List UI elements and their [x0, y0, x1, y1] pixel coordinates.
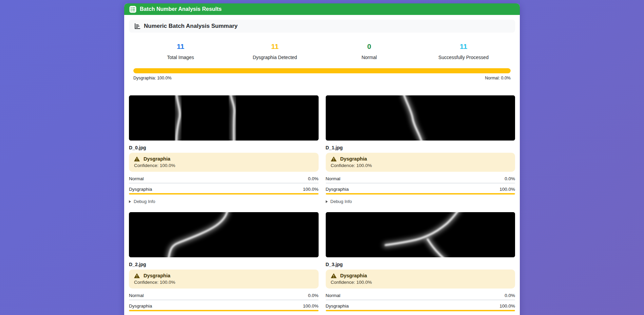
- dysgraphia-probability-bar: [129, 310, 319, 311]
- panel-body: Numeric Batch Analysis Summary 11Total I…: [124, 15, 520, 315]
- dysgraphia-probability-fill: [326, 193, 515, 194]
- stat-value: 11: [228, 43, 322, 50]
- prediction-label: Dysgraphia: [340, 156, 367, 162]
- stat-normal: 0Normal: [322, 43, 416, 60]
- normal-probability-value: 0.0%: [505, 293, 515, 298]
- probability-section: Normal 0.0% Dysgraphia 100.0%: [326, 293, 515, 311]
- dysgraphia-probability-fill: [326, 310, 515, 311]
- distribution-label-normal: Normal: 0.0%: [485, 76, 511, 80]
- normal-probability-value: 0.0%: [308, 176, 319, 181]
- dysgraphia-probability-bar: [326, 310, 515, 311]
- confidence-text: Confidence: 100.0%: [331, 163, 510, 168]
- panel-title: Batch Number Analysis Results: [140, 6, 222, 12]
- distribution-bar: [133, 68, 511, 73]
- summary-header: Numeric Batch Analysis Summary: [129, 20, 515, 33]
- stats-row: 11Total Images11Dysgraphia Detected0Norm…: [133, 43, 511, 60]
- dysgraphia-probability-fill: [129, 193, 319, 194]
- dysgraphia-probability-value: 100.0%: [303, 187, 319, 192]
- stat-label: Successfully Processed: [416, 55, 511, 60]
- normal-probability: Normal 0.0%: [129, 176, 319, 184]
- normal-probability: Normal 0.0%: [129, 293, 319, 300]
- prediction-label: Dysgraphia: [144, 156, 170, 162]
- summary-title: Numeric Batch Analysis Summary: [144, 23, 238, 30]
- distribution-label-dysgraphia: Dysgraphia: 100.0%: [133, 76, 172, 80]
- handwriting-image: [326, 212, 515, 257]
- result-card: D_2.jpg Dysgraphia Confidence: 100.0% No…: [129, 212, 319, 315]
- probability-section: Normal 0.0% Dysgraphia 100.0%: [129, 293, 319, 311]
- dysgraphia-probability-value: 100.0%: [303, 303, 319, 309]
- dysgraphia-probability-value: 100.0%: [499, 303, 515, 309]
- normal-probability-bar: [326, 183, 515, 184]
- stat-value: 11: [133, 43, 228, 50]
- dysgraphia-probability: Dysgraphia 100.0%: [326, 303, 515, 311]
- caret-right-icon: [326, 200, 328, 203]
- stat-successfully-processed: 11Successfully Processed: [416, 43, 511, 60]
- probability-section: Normal 0.0% Dysgraphia 100.0%: [326, 176, 515, 194]
- prediction-label: Dysgraphia: [144, 273, 170, 278]
- dysgraphia-probability-value: 100.0%: [499, 187, 515, 192]
- caret-right-icon: [129, 200, 131, 203]
- normal-probability-label: Normal: [326, 293, 341, 298]
- normal-probability-label: Normal: [129, 293, 144, 298]
- debug-info-toggle[interactable]: Debug Info: [326, 199, 352, 204]
- confidence-text: Confidence: 100.0%: [134, 163, 314, 168]
- stat-total-images: 11Total Images: [133, 43, 228, 60]
- debug-info-toggle[interactable]: Debug Info: [129, 199, 155, 204]
- warning-icon: [134, 156, 140, 162]
- dysgraphia-probability-label: Dysgraphia: [129, 187, 152, 192]
- prediction-badge: Dysgraphia Confidence: 100.0%: [326, 153, 515, 172]
- dysgraphia-probability: Dysgraphia 100.0%: [129, 303, 319, 311]
- image-filename: D_2.jpg: [129, 262, 319, 267]
- results-panel: Batch Number Analysis Results Numeric Ba…: [124, 3, 520, 315]
- image-filename: D_0.jpg: [129, 145, 319, 150]
- dysgraphia-probability-fill: [129, 310, 319, 311]
- normal-probability-bar: [129, 299, 319, 300]
- stat-label: Dysgraphia Detected: [228, 55, 322, 60]
- dysgraphia-probability-label: Dysgraphia: [129, 303, 152, 309]
- prediction-badge: Dysgraphia Confidence: 100.0%: [129, 153, 319, 172]
- dysgraphia-probability-bar: [129, 193, 319, 194]
- normal-probability-value: 0.0%: [505, 176, 515, 181]
- debug-info-label: Debug Info: [134, 199, 155, 204]
- probability-section: Normal 0.0% Dysgraphia 100.0%: [129, 176, 319, 194]
- prediction-label: Dysgraphia: [340, 273, 367, 278]
- confidence-text: Confidence: 100.0%: [134, 280, 314, 285]
- normal-probability-bar: [129, 183, 319, 184]
- result-card: D_3.jpg Dysgraphia Confidence: 100.0% No…: [326, 212, 515, 315]
- normal-probability: Normal 0.0%: [326, 293, 515, 300]
- stat-value: 0: [322, 43, 416, 50]
- list-icon: [129, 6, 136, 13]
- normal-probability-value: 0.0%: [308, 293, 319, 298]
- debug-info-label: Debug Info: [330, 199, 352, 204]
- stat-label: Normal: [322, 55, 416, 60]
- dysgraphia-probability: Dysgraphia 100.0%: [326, 187, 515, 194]
- normal-probability-label: Normal: [326, 176, 341, 181]
- dysgraphia-probability-bar: [326, 193, 515, 194]
- warning-icon: [331, 273, 337, 278]
- normal-probability: Normal 0.0%: [326, 176, 515, 184]
- app-background: { "window": { "title": "Batch Number Ana…: [0, 0, 644, 315]
- distribution-bar-fill: [133, 68, 511, 73]
- dysgraphia-probability: Dysgraphia 100.0%: [129, 187, 319, 194]
- distribution-labels: Dysgraphia: 100.0% Normal: 0.0%: [133, 76, 511, 80]
- warning-icon: [331, 156, 337, 162]
- normal-probability-bar: [326, 299, 515, 300]
- image-filename: D_3.jpg: [326, 262, 515, 267]
- bar-chart-icon: [134, 23, 140, 30]
- image-filename: D_1.jpg: [326, 145, 515, 150]
- prediction-badge: Dysgraphia Confidence: 100.0%: [326, 270, 515, 289]
- stat-value: 11: [416, 43, 511, 50]
- result-card: D_1.jpg Dysgraphia Confidence: 100.0% No…: [326, 95, 515, 204]
- handwriting-image: [129, 212, 319, 257]
- warning-icon: [134, 273, 140, 278]
- dysgraphia-probability-label: Dysgraphia: [326, 187, 349, 192]
- confidence-text: Confidence: 100.0%: [331, 280, 510, 285]
- prediction-badge: Dysgraphia Confidence: 100.0%: [129, 270, 319, 289]
- handwriting-image: [326, 95, 515, 141]
- handwriting-image: [129, 95, 319, 141]
- stat-dysgraphia-detected: 11Dysgraphia Detected: [228, 43, 322, 60]
- panel-header: Batch Number Analysis Results: [124, 3, 520, 15]
- result-card: D_0.jpg Dysgraphia Confidence: 100.0% No…: [129, 95, 319, 204]
- normal-probability-label: Normal: [129, 176, 144, 181]
- results-grid: D_0.jpg Dysgraphia Confidence: 100.0% No…: [129, 95, 515, 315]
